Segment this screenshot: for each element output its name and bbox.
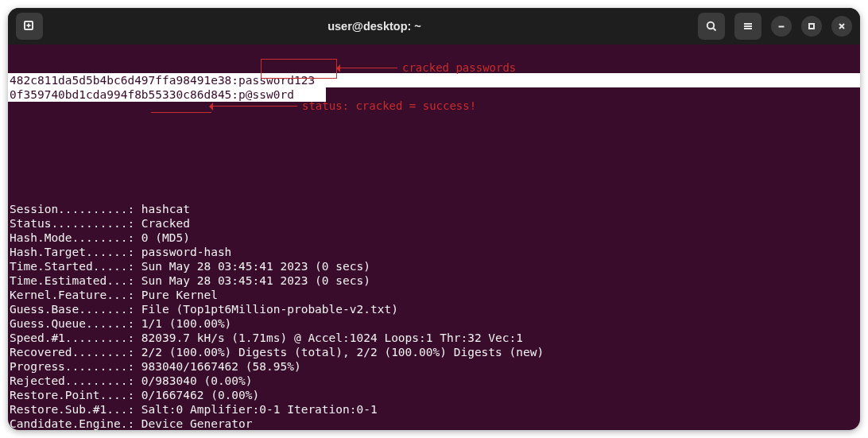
out-target: Hash.Target......: password-hash — [10, 246, 231, 258]
terminal-window: user@desktop: ~ 482c811da5d5b4bc6d497ffa… — [8, 8, 860, 430]
out-estimated: Time.Estimated...: Sun May 28 03:45:41 2… — [10, 274, 370, 287]
out-speed: Speed.#1.........: 82039.7 kH/s (1.71ms)… — [10, 331, 523, 344]
minimize-button[interactable] — [771, 16, 792, 37]
out-started: Time.Started.....: Sun May 28 03:45:41 2… — [10, 260, 370, 273]
out-guessqueue: Guess.Queue......: 1/1 (100.00%) — [10, 317, 231, 330]
terminal-content[interactable]: 482c811da5d5b4bc6d497ffa98491e38:passwor… — [8, 45, 860, 430]
annotation-arrow-1 — [340, 68, 397, 68]
maximize-button[interactable] — [801, 16, 822, 37]
annotation-arrow-2 — [213, 106, 297, 107]
out-restorepoint: Restore.Point....: 0/1667462 (0.00%) — [10, 389, 259, 401]
out-candengine: Candidate.Engine.: Device Generator — [10, 417, 253, 430]
out-progress: Progress.........: 983040/1667462 (58.95… — [10, 360, 301, 373]
out-recovered: Recovered........: 2/2 (100.00%) Digests… — [10, 346, 544, 359]
close-button[interactable] — [831, 16, 852, 37]
new-tab-button[interactable] — [16, 13, 43, 40]
terminal-body: Session..........: hashcat Status.......… — [8, 188, 860, 430]
out-session: Session..........: hashcat — [10, 203, 190, 215]
search-button[interactable] — [698, 13, 725, 40]
out-restoresub: Restore.Sub.#1...: Salt:0 Amplifier:0-1 … — [10, 403, 378, 416]
out-guessbase: Guess.Base.......: File (Top1pt6Million-… — [10, 303, 398, 316]
cracked-output-line-2: 0f359740bd1cda994f8b55330c86d845:p@ssw0r… — [8, 87, 326, 102]
svg-point-1 — [707, 22, 714, 29]
cracked-output-line-1: 482c811da5d5b4bc6d497ffa98491e38:passwor… — [8, 73, 860, 87]
out-kernel: Kernel.Feature...: Pure Kernel — [10, 289, 218, 301]
window-title: user@desktop: ~ — [51, 20, 698, 33]
out-status: Status...........: Cracked — [10, 217, 190, 230]
out-mode: Hash.Mode........: 0 (MD5) — [10, 231, 190, 244]
svg-rect-2 — [809, 24, 814, 29]
annotation-text-status: status: cracked = success! — [302, 99, 476, 113]
out-rejected: Rejected.........: 0/983040 (0.00%) — [10, 374, 253, 387]
titlebar: user@desktop: ~ — [8, 8, 860, 45]
menu-button[interactable] — [734, 13, 761, 40]
